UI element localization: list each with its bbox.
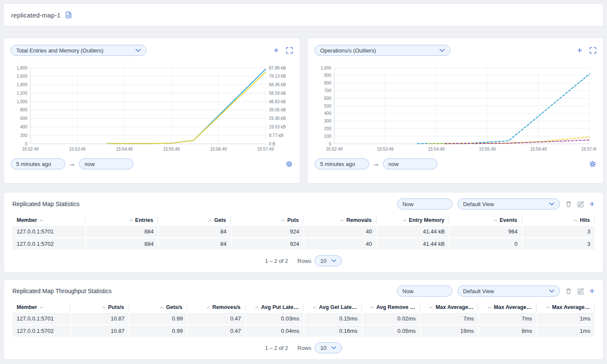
- table-cell: 127.0.0.1:5702: [12, 238, 85, 250]
- table-cell: 41.44 kB: [376, 226, 449, 237]
- time-filter-input[interactable]: Now: [397, 285, 452, 297]
- view-select[interactable]: Default View: [458, 285, 560, 297]
- table-cell: 1ms: [537, 313, 595, 324]
- sort-caret-icon: [129, 219, 133, 222]
- expand-icon[interactable]: [286, 47, 293, 54]
- svg-text:600: 600: [324, 96, 331, 101]
- svg-text:1,000: 1,000: [321, 66, 331, 70]
- trash-icon[interactable]: [565, 201, 572, 207]
- column-header-gets-s[interactable]: Gets/s: [129, 303, 187, 311]
- table-cell: 1ms: [537, 325, 595, 337]
- table-cell: 84: [158, 226, 231, 237]
- sort-caret-icon: [39, 219, 44, 222]
- table-cell: 10.87: [70, 325, 128, 337]
- table-cell: 127.0.0.1:5701: [12, 313, 70, 324]
- table-cell: 0: [449, 238, 522, 250]
- table-body: 127.0.0.1:570110.870.990.470.03ms0.15ms0…: [12, 313, 595, 337]
- column-header-gets[interactable]: Gets: [158, 216, 231, 224]
- metric-select-value: Operations/s (Outliers): [320, 47, 376, 54]
- column-header-events[interactable]: Events: [449, 216, 522, 224]
- svg-text:15:57:49: 15:57:49: [581, 147, 596, 151]
- chevron-down-icon: [331, 346, 336, 349]
- pagination: 1 – 2 of 2 Rows 10: [12, 342, 595, 353]
- table-header: Replicated Map Statistics Now Default Vi…: [12, 198, 595, 210]
- svg-text:15:54:49: 15:54:49: [428, 147, 445, 151]
- table-cell: 0.04ms: [245, 325, 304, 337]
- table-panel-replicated-map-statistics: Replicated Map Statistics Now Default Vi…: [3, 192, 604, 273]
- column-header-entry-memory[interactable]: Entry Memory: [376, 216, 449, 224]
- gear-icon[interactable]: [589, 160, 596, 168]
- rows-per-page-select[interactable]: 10: [315, 255, 342, 266]
- view-select[interactable]: Default View: [458, 198, 560, 210]
- page-header: replicated-map-1: [3, 3, 604, 26]
- table-cell: 7ms: [478, 313, 536, 324]
- sort-caret-icon: [340, 219, 344, 222]
- column-label: Removals: [346, 217, 371, 223]
- column-header-puts[interactable]: Puts: [231, 216, 304, 224]
- table-cell: 127.0.0.1:5702: [12, 325, 70, 337]
- rows-per-page-select[interactable]: 10: [315, 342, 342, 353]
- column-header-max-average[interactable]: Max Average…: [537, 303, 595, 311]
- svg-text:400: 400: [324, 111, 331, 116]
- svg-text:800: 800: [324, 81, 331, 85]
- table-cell: 0.99: [129, 325, 187, 337]
- charts-row: Total Entries and Memory (Outliers) + 00…: [3, 38, 604, 183]
- document-icon[interactable]: [65, 11, 73, 19]
- sort-caret-icon: [255, 306, 259, 309]
- column-label: Entries: [135, 217, 153, 223]
- column-header-avg-get-late[interactable]: Avg Get Late…: [304, 303, 362, 311]
- column-header-removes-s[interactable]: Removes/s: [187, 303, 245, 311]
- add-chart-button[interactable]: +: [274, 47, 279, 54]
- column-header-member[interactable]: Member: [12, 303, 70, 311]
- arrow-right-icon: →: [373, 160, 379, 168]
- add-column-button[interactable]: +: [589, 200, 595, 208]
- time-to-input[interactable]: now: [383, 158, 438, 169]
- svg-text:15:55:49: 15:55:49: [479, 147, 496, 151]
- column-label: Entry Memory: [409, 217, 444, 223]
- trash-icon[interactable]: [565, 288, 572, 294]
- column-label: Max Average…: [494, 304, 532, 310]
- svg-text:15:55:49: 15:55:49: [163, 147, 180, 151]
- sort-caret-icon: [281, 219, 285, 222]
- metric-select[interactable]: Operations/s (Outliers): [315, 45, 450, 56]
- column-header-hits[interactable]: Hits: [522, 216, 595, 224]
- sort-caret-icon: [546, 306, 550, 309]
- sort-caret-icon: [39, 306, 44, 309]
- table-cell: 0.15ms: [304, 313, 362, 324]
- column-label: Avg Put Late…: [261, 304, 299, 310]
- chart-header: Operations/s (Outliers) +: [315, 45, 596, 56]
- table-cell: 3: [522, 226, 595, 237]
- gear-icon[interactable]: [286, 160, 293, 168]
- metric-select[interactable]: Total Entries and Memory (Outliers): [11, 45, 146, 56]
- add-chart-button[interactable]: +: [577, 47, 582, 54]
- column-header-avg-remove[interactable]: Avg Remove …: [362, 303, 420, 311]
- svg-text:78.13 kB: 78.13 kB: [269, 74, 286, 79]
- time-to-input[interactable]: now: [79, 158, 134, 169]
- table-row: 127.0.0.1:570210.870.990.470.04ms0.16ms0…: [12, 325, 595, 337]
- time-from-input[interactable]: 5 minutes ago: [11, 158, 65, 169]
- column-label: Member: [17, 217, 37, 223]
- table-cell: 0.16ms: [304, 325, 362, 337]
- column-header-avg-put-late[interactable]: Avg Put Late…: [245, 303, 304, 311]
- edit-icon[interactable]: [577, 201, 584, 208]
- table-header: Replicated Map Throughput Statistics Now…: [12, 285, 595, 297]
- svg-text:1,600: 1,600: [17, 74, 27, 79]
- sort-caret-icon: [429, 306, 433, 309]
- svg-text:1,400: 1,400: [17, 82, 27, 87]
- svg-text:15:53:49: 15:53:49: [377, 147, 394, 151]
- column-header-max-average[interactable]: Max Average…: [478, 303, 536, 311]
- svg-text:15:56:49: 15:56:49: [210, 147, 227, 151]
- add-column-button[interactable]: +: [589, 287, 595, 295]
- time-filter-value: Now: [403, 288, 414, 294]
- column-header-puts-s[interactable]: Puts/s: [70, 303, 128, 311]
- column-header-member[interactable]: Member: [12, 216, 85, 224]
- column-header-max-average[interactable]: Max Average…: [420, 303, 478, 311]
- time-from-input[interactable]: 5 minutes ago: [315, 158, 369, 169]
- svg-text:15:54:49: 15:54:49: [116, 147, 133, 151]
- expand-icon[interactable]: [589, 47, 596, 54]
- column-header-removals[interactable]: Removals: [304, 216, 376, 224]
- svg-text:68.36 kB: 68.36 kB: [269, 82, 286, 87]
- time-filter-input[interactable]: Now: [397, 198, 452, 210]
- column-header-entries[interactable]: Entries: [85, 216, 158, 224]
- edit-icon[interactable]: [577, 288, 584, 295]
